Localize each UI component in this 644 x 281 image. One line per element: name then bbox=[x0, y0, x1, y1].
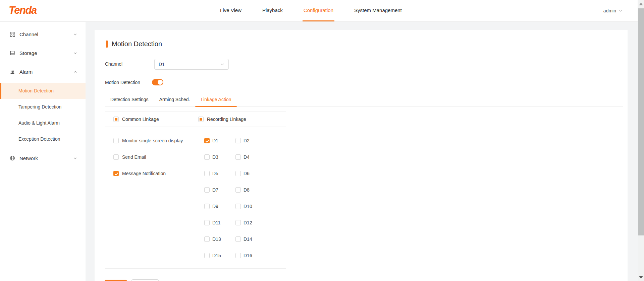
checkbox[interactable] bbox=[235, 220, 241, 225]
checkbox[interactable] bbox=[235, 204, 241, 209]
checkbox-label: D13 bbox=[212, 236, 221, 242]
channel-option-d6[interactable]: D6 bbox=[235, 170, 267, 177]
channel-row: D7D8 bbox=[204, 187, 286, 193]
tab-detection-settings[interactable]: Detection Settings bbox=[105, 97, 154, 107]
checkbox[interactable] bbox=[113, 138, 119, 143]
cancel-button[interactable] bbox=[131, 279, 159, 281]
checkbox[interactable] bbox=[204, 171, 210, 176]
recording-linkage-header[interactable]: Recording Linkage bbox=[189, 112, 286, 127]
checkbox-label: D1 bbox=[212, 138, 218, 143]
sidebar-item-channel[interactable]: Channel bbox=[0, 26, 86, 42]
checkbox[interactable] bbox=[235, 171, 241, 176]
recording-linkage-title: Recording Linkage bbox=[207, 117, 246, 122]
sidebar-item-tampering-detection[interactable]: Tampering Detection bbox=[0, 99, 86, 115]
channel-option-d5[interactable]: D5 bbox=[204, 170, 235, 177]
channel-option-d14[interactable]: D14 bbox=[235, 236, 267, 242]
user-menu[interactable]: admin bbox=[603, 0, 623, 21]
channel-option-d9[interactable]: D9 bbox=[204, 203, 235, 210]
tab-linkage-action[interactable]: Linkage Action bbox=[195, 97, 236, 107]
chevron-down-icon bbox=[619, 9, 623, 13]
tab-strip: Detection SettingsArming Sched.Linkage A… bbox=[105, 97, 623, 107]
checkbox[interactable] bbox=[204, 204, 210, 209]
checkbox-label: D10 bbox=[244, 204, 252, 209]
checkbox-label: D16 bbox=[244, 253, 252, 258]
common-linkage-checkbox[interactable] bbox=[113, 117, 119, 122]
checkbox-label: D15 bbox=[212, 253, 221, 258]
sidebar-item-exception-detection[interactable]: Exception Detection bbox=[0, 131, 86, 147]
motion-detection-toggle[interactable] bbox=[152, 79, 163, 85]
channel-option-d11[interactable]: D11 bbox=[204, 219, 235, 226]
chevron-down-icon bbox=[73, 51, 77, 55]
channel-option-d12[interactable]: D12 bbox=[235, 219, 267, 226]
channel-option-d13[interactable]: D13 bbox=[204, 236, 235, 242]
scroll-up-arrow[interactable] bbox=[638, 3, 644, 5]
checkbox[interactable] bbox=[204, 236, 210, 242]
channel-row: D3D4 bbox=[204, 154, 286, 160]
checkbox-label: D11 bbox=[212, 220, 221, 225]
channel-option-d4[interactable]: D4 bbox=[235, 154, 267, 160]
sidebar-item-network[interactable]: Network bbox=[0, 150, 86, 166]
checkbox-label: D6 bbox=[244, 171, 250, 176]
channel-option-d16[interactable]: D16 bbox=[235, 252, 267, 259]
sidebar-item-motion-detection[interactable]: Motion Detection bbox=[0, 83, 86, 99]
checkbox-label: Message Notification bbox=[122, 171, 166, 176]
tenda-logo: Tenda bbox=[9, 0, 37, 21]
checkbox[interactable] bbox=[113, 171, 119, 176]
save-button[interactable] bbox=[105, 280, 127, 281]
vertical-scrollbar[interactable] bbox=[638, 0, 644, 281]
checkbox[interactable] bbox=[235, 187, 241, 193]
sidebar-item-alarm[interactable]: Alarm bbox=[0, 64, 86, 79]
recording-linkage-checkbox[interactable] bbox=[198, 117, 204, 122]
chevron-up-icon bbox=[73, 70, 77, 74]
channel-option-d8[interactable]: D8 bbox=[235, 187, 267, 193]
channel-select-value: D1 bbox=[159, 62, 165, 67]
checkbox[interactable] bbox=[235, 154, 241, 160]
channel-row: D13D14 bbox=[204, 236, 286, 242]
sidebar-item-storage[interactable]: Storage bbox=[0, 45, 86, 61]
app-header: Tenda Live ViewPlaybackConfigurationSyst… bbox=[0, 0, 644, 22]
checkbox[interactable] bbox=[113, 154, 119, 160]
sidebar-menu: ChannelStorageAlarmMotion DetectionTampe… bbox=[0, 22, 86, 281]
common-linkage-header[interactable]: Common Linkage bbox=[105, 112, 189, 127]
storage-disk-icon bbox=[9, 50, 15, 56]
tab-arming-sched[interactable]: Arming Sched. bbox=[154, 97, 196, 107]
checkbox[interactable] bbox=[204, 138, 210, 143]
checkbox[interactable] bbox=[204, 220, 210, 225]
channel-row: D1D2 bbox=[204, 137, 286, 144]
channel-option-d1[interactable]: D1 bbox=[204, 137, 235, 144]
scrollbar-thumb[interactable] bbox=[638, 8, 644, 235]
alarm-bell-icon bbox=[9, 69, 15, 75]
channel-option-d2[interactable]: D2 bbox=[235, 137, 267, 144]
channel-option-d7[interactable]: D7 bbox=[204, 187, 235, 193]
checkbox[interactable] bbox=[204, 253, 210, 258]
checkbox[interactable] bbox=[235, 138, 241, 143]
nav-playback[interactable]: Playback bbox=[252, 0, 293, 21]
scroll-down-arrow[interactable] bbox=[638, 276, 644, 279]
linkage-option-send-email[interactable]: Send Email bbox=[113, 154, 189, 160]
linkage-option-message-notification[interactable]: Message Notification bbox=[113, 170, 189, 177]
checkbox[interactable] bbox=[204, 154, 210, 160]
channel-select[interactable]: D1 bbox=[154, 59, 229, 70]
sidebar-item-audio-light-alarm[interactable]: Audio & Light Alarm bbox=[0, 115, 86, 131]
checkbox[interactable] bbox=[235, 253, 241, 258]
channel-grid-icon bbox=[9, 31, 15, 37]
linkage-option-monitor-single-screen-display[interactable]: Monitor single-screen display bbox=[113, 137, 189, 144]
nav-configuration[interactable]: Configuration bbox=[293, 0, 344, 21]
checkbox-label: D3 bbox=[212, 154, 218, 160]
nav-system-management[interactable]: System Management bbox=[344, 0, 412, 21]
motion-detection-label: Motion Detection bbox=[105, 80, 140, 85]
common-linkage-body: Monitor single-screen displaySend EmailM… bbox=[105, 127, 189, 177]
checkbox-label: D2 bbox=[244, 138, 250, 143]
channel-option-d15[interactable]: D15 bbox=[204, 252, 235, 259]
checkbox-label: D9 bbox=[212, 204, 218, 209]
channel-option-d3[interactable]: D3 bbox=[204, 154, 235, 160]
channel-row: D15D16 bbox=[204, 252, 286, 259]
checkbox[interactable] bbox=[204, 187, 210, 193]
chevron-down-icon bbox=[220, 62, 225, 67]
checkbox[interactable] bbox=[235, 236, 241, 242]
channel-option-d10[interactable]: D10 bbox=[235, 203, 267, 210]
checkbox-label: Monitor single-screen display bbox=[122, 138, 183, 143]
nav-live-view[interactable]: Live View bbox=[210, 0, 252, 21]
channel-row: D9D10 bbox=[204, 203, 286, 210]
globe-icon bbox=[9, 155, 15, 161]
